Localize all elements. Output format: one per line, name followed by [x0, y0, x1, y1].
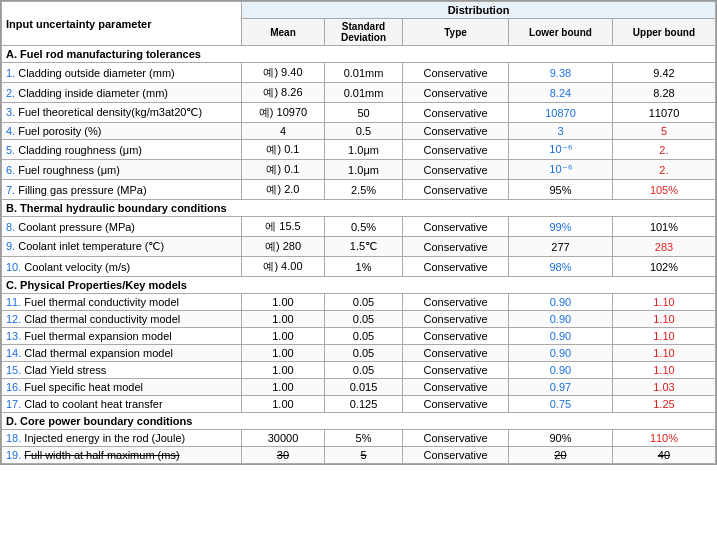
- upper-bound-cell: 1.10: [612, 328, 715, 345]
- type-cell: Conservative: [403, 103, 509, 123]
- row-label: Coolant pressure (MPa): [18, 221, 135, 233]
- param-cell: 8. Coolant pressure (MPa): [2, 217, 242, 237]
- type-cell: Conservative: [403, 83, 509, 103]
- param-cell: 15. Clad Yield stress: [2, 362, 242, 379]
- param-cell: 11. Fuel thermal conductivity model: [2, 294, 242, 311]
- upper-bound-cell: 11070: [612, 103, 715, 123]
- lower-bound-cell: 0.90: [509, 362, 613, 379]
- std-cell: 1.0μm: [324, 160, 402, 180]
- std-cell: 0.125: [324, 396, 402, 413]
- table-row: 7. Filling gas pressure (MPa)예) 2.02.5%C…: [2, 180, 716, 200]
- table-row: 5. Cladding roughness (μm)예) 0.11.0μmCon…: [2, 140, 716, 160]
- distribution-header: Distribution: [242, 2, 716, 19]
- param-cell: 1. Cladding outside diameter (mm): [2, 63, 242, 83]
- mean-cell: 예) 4.00: [242, 257, 325, 277]
- mean-cell: 1.00: [242, 362, 325, 379]
- row-label: Fuel thermal expansion model: [24, 330, 171, 342]
- distribution-header-label: Distribution: [448, 4, 510, 16]
- row-number: 17.: [6, 398, 24, 410]
- lower-bound-cell: 10⁻⁶: [509, 140, 613, 160]
- table-row: 14. Clad thermal expansion model1.000.05…: [2, 345, 716, 362]
- upper-bound-cell: 110%: [612, 430, 715, 447]
- type-cell: Conservative: [403, 180, 509, 200]
- row-number: 5.: [6, 144, 18, 156]
- col-std: StandardDeviation: [324, 19, 402, 46]
- row-label: Cladding inside diameter (mm): [18, 87, 168, 99]
- section-header-C: C. Physical Properties/Key models: [2, 277, 716, 294]
- row-number: 8.: [6, 221, 18, 233]
- param-header-label: Input uncertainty parameter: [6, 18, 151, 30]
- table-row: 4. Fuel porosity (%)40.5Conservative35: [2, 123, 716, 140]
- row-number: 6.: [6, 164, 18, 176]
- row-number: 11.: [6, 296, 24, 308]
- table-row: 3. Fuel theoretical density(kg/m3at20℃)예…: [2, 103, 716, 123]
- std-cell: 0.05: [324, 345, 402, 362]
- upper-bound-cell: 283: [612, 237, 715, 257]
- upper-bound-cell: 1.10: [612, 362, 715, 379]
- param-cell: 4. Fuel porosity (%): [2, 123, 242, 140]
- row-label: Full width at half maximum (ms): [24, 449, 179, 461]
- mean-cell: 예) 0.1: [242, 140, 325, 160]
- row-label: Clad thermal expansion model: [24, 347, 173, 359]
- param-cell: 6. Fuel roughness (μm): [2, 160, 242, 180]
- row-label: Clad Yield stress: [24, 364, 106, 376]
- row-label: Fuel thermal conductivity model: [24, 296, 179, 308]
- type-cell: Conservative: [403, 237, 509, 257]
- mean-cell: 예) 2.0: [242, 180, 325, 200]
- mean-cell: 1.00: [242, 345, 325, 362]
- row-label: Coolant inlet temperature (℃): [18, 240, 164, 252]
- param-cell: 3. Fuel theoretical density(kg/m3at20℃): [2, 103, 242, 123]
- mean-cell: 1.00: [242, 311, 325, 328]
- param-cell: 2. Cladding inside diameter (mm): [2, 83, 242, 103]
- row-label: Fuel porosity (%): [18, 125, 101, 137]
- std-cell: 1.5℃: [324, 237, 402, 257]
- upper-bound-cell: 1.25: [612, 396, 715, 413]
- section-header-D: D. Core power boundary conditions: [2, 413, 716, 430]
- param-cell: 7. Filling gas pressure (MPa): [2, 180, 242, 200]
- mean-cell: 1.00: [242, 328, 325, 345]
- std-cell: 5%: [324, 430, 402, 447]
- lower-bound-cell: 0.97: [509, 379, 613, 396]
- row-number: 14.: [6, 347, 24, 359]
- row-number: 3.: [6, 106, 18, 118]
- row-number: 10.: [6, 261, 24, 273]
- table-row: 8. Coolant pressure (MPa)에 15.50.5%Conse…: [2, 217, 716, 237]
- type-cell: Conservative: [403, 345, 509, 362]
- std-cell: 2.5%: [324, 180, 402, 200]
- std-cell: 5: [324, 447, 402, 464]
- lower-bound-cell: 20: [509, 447, 613, 464]
- lower-bound-cell: 98%: [509, 257, 613, 277]
- upper-bound-cell: 105%: [612, 180, 715, 200]
- mean-cell: 예) 0.1: [242, 160, 325, 180]
- param-cell: 17. Clad to coolant heat transfer: [2, 396, 242, 413]
- lower-bound-cell: 0.90: [509, 311, 613, 328]
- upper-bound-cell: 8.28: [612, 83, 715, 103]
- type-cell: Conservative: [403, 140, 509, 160]
- type-cell: Conservative: [403, 362, 509, 379]
- table-row: 1. Cladding outside diameter (mm)예) 9.40…: [2, 63, 716, 83]
- upper-bound-cell: 1.10: [612, 345, 715, 362]
- col-mean: Mean: [242, 19, 325, 46]
- row-number: 19.: [6, 449, 24, 461]
- param-cell: 12. Clad thermal conductivity model: [2, 311, 242, 328]
- mean-cell: 1.00: [242, 379, 325, 396]
- col-upper: Upper bound: [612, 19, 715, 46]
- lower-bound-cell: 95%: [509, 180, 613, 200]
- mean-cell: 예) 280: [242, 237, 325, 257]
- type-cell: Conservative: [403, 328, 509, 345]
- std-cell: 0.05: [324, 294, 402, 311]
- main-table: Input uncertainty parameter Distribution…: [0, 0, 717, 465]
- std-cell: 0.5%: [324, 217, 402, 237]
- upper-bound-cell: 1.10: [612, 311, 715, 328]
- table-row: 17. Clad to coolant heat transfer1.000.1…: [2, 396, 716, 413]
- upper-bound-cell: 9.42: [612, 63, 715, 83]
- std-cell: 0.01mm: [324, 83, 402, 103]
- table-row: 12. Clad thermal conductivity model1.000…: [2, 311, 716, 328]
- param-cell: 18. Injected energy in the rod (Joule): [2, 430, 242, 447]
- upper-bound-cell: 5: [612, 123, 715, 140]
- type-cell: Conservative: [403, 311, 509, 328]
- mean-cell: 예) 10970: [242, 103, 325, 123]
- std-cell: 0.015: [324, 379, 402, 396]
- std-cell: 1.0μm: [324, 140, 402, 160]
- param-cell: 13. Fuel thermal expansion model: [2, 328, 242, 345]
